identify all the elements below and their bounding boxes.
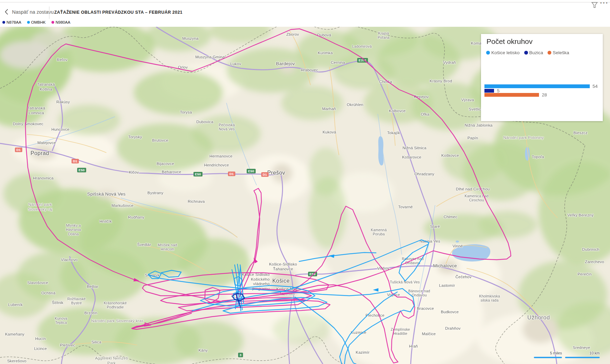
flight-track-OMBHK[interactable] [161, 270, 181, 277]
bar-Seleška[interactable] [484, 93, 539, 97]
legend-label: N878AA [7, 20, 21, 24]
bar-Košice letisko[interactable] [484, 84, 590, 88]
flight-track-OMBHK[interactable] [299, 253, 376, 261]
back-to-report-button[interactable]: Naspäť na zostavu [5, 9, 54, 15]
chevron-left-icon [5, 9, 8, 15]
flight-track-OMBHK[interactable] [340, 292, 397, 364]
flight-track-OMBHK[interactable] [295, 297, 356, 364]
bar-row-Seleška: 28 [484, 93, 601, 97]
chart-legend-item-Buzica[interactable]: Buzica [524, 50, 543, 55]
legend-dot-icon [524, 51, 528, 55]
bar-value-label: 5 [497, 89, 500, 93]
header-bar: Naspäť na zostavu ZAŤAŽENIE OBLASTI PREV… [0, 0, 610, 27]
legend-label: Košice letisko [491, 50, 520, 55]
aircraft-legend-item-N980AA[interactable]: N980AA [51, 20, 70, 24]
bar-value-label: 54 [593, 84, 598, 88]
flight-track-OMBHK[interactable] [148, 275, 414, 364]
legend-dot-icon [2, 21, 5, 24]
flight-track-N980AA[interactable] [25, 29, 511, 301]
chart-title: Počet okruhov [486, 37, 603, 46]
bar-row-Košice letisko: 54 [484, 84, 601, 88]
more-options-icon[interactable]: ··· [600, 0, 609, 7]
chart-legend: Košice letiskoBuzicaSeleška [486, 50, 603, 55]
chart-bars: 54528 [484, 84, 601, 97]
page-title: ZAŤAŽENIE OBLASTI PREVÁDZKOU STA – FEBRU… [54, 10, 183, 15]
legend-dot-icon [486, 51, 490, 55]
legend-dot-icon [27, 21, 30, 24]
bar-value-label: 28 [542, 93, 547, 97]
scale-miles-bar [534, 357, 562, 358]
back-label: Naspäť na zostavu [12, 9, 54, 15]
legend-label: Buzica [529, 50, 543, 55]
scale-km-bar [565, 357, 600, 358]
header-divider [49, 7, 49, 19]
legend-label: N980AA [56, 20, 70, 24]
aircraft-legend: N878AAOMBHKN980AA [2, 20, 70, 24]
legend-label: Seleška [553, 50, 569, 55]
report-page: MuszynaZborovDubováKrajná PoľanaLadomiro… [0, 0, 610, 364]
flight-track-N980AA[interactable] [132, 300, 330, 329]
filter-icon[interactable] [591, 1, 599, 9]
aircraft-legend-item-OMBHK[interactable]: OMBHK [27, 20, 46, 24]
flight-track-N980AA[interactable] [293, 206, 415, 363]
chart-legend-item-Košice letisko[interactable]: Košice letisko [486, 50, 520, 55]
track-direction-arrow-OMBHK [373, 288, 378, 292]
header-top-rule [0, 2, 610, 2]
legend-dot-icon [548, 51, 551, 55]
scale-km-label: 10 km [565, 351, 600, 355]
scale-miles-label: 5 miles [531, 351, 562, 355]
bar-Buzica[interactable] [484, 89, 494, 93]
chart-card: Počet okruhov Košice letiskoBuzicaSelešk… [481, 34, 603, 121]
flight-track-OMBHK[interactable] [148, 271, 161, 279]
chart-legend-item-Seleška[interactable]: Seleška [548, 50, 569, 55]
legend-label: OMBHK [31, 20, 46, 24]
track-direction-arrow-OMBHK [329, 254, 335, 258]
legend-dot-icon [51, 21, 54, 24]
aircraft-legend-item-N878AA[interactable]: N878AA [2, 20, 21, 24]
bar-row-Buzica: 5 [484, 89, 601, 93]
